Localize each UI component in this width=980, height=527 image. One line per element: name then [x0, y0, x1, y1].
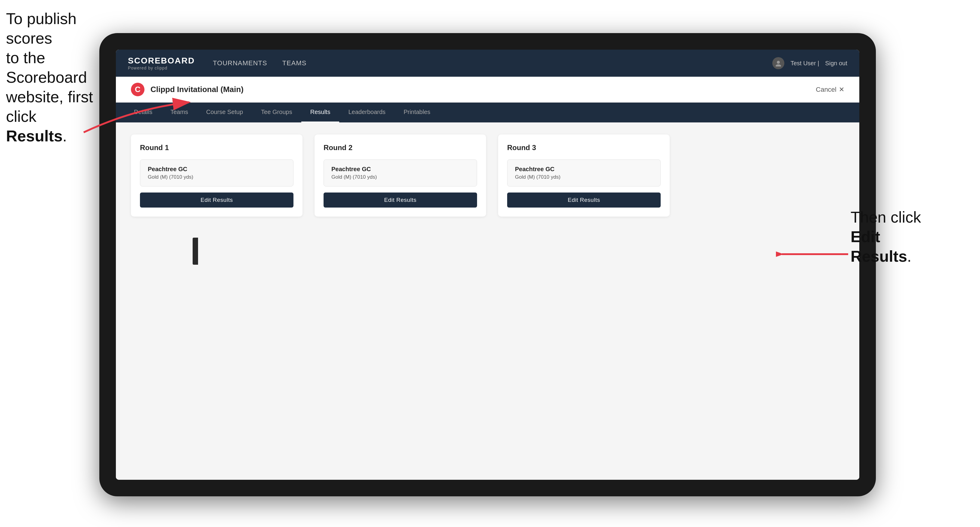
rounds-grid: Round 1 Peachtree GC Gold (M) (7010 yds)…	[131, 135, 844, 217]
round-1-edit-results-button[interactable]: Edit Results	[140, 192, 293, 208]
tournament-header: C Clippd Invitational (Main) Cancel ✕	[116, 77, 859, 103]
instruction-right-line2: Edit Results	[851, 228, 907, 265]
tab-bar: Details Teams Course Setup Tee Groups Re…	[116, 103, 859, 122]
round-1-course-details: Gold (M) (7010 yds)	[148, 174, 286, 180]
tournament-name: Clippd Invitational (Main)	[151, 85, 243, 94]
round-3-edit-results-button[interactable]: Edit Results	[507, 192, 661, 208]
tablet-side-button	[192, 238, 198, 265]
nav-tournaments[interactable]: TOURNAMENTS	[213, 59, 267, 67]
tab-course-setup[interactable]: Course Setup	[197, 103, 252, 122]
navbar-links: TOURNAMENTS TEAMS	[213, 59, 772, 67]
svg-point-0	[777, 61, 780, 64]
clippd-logo: C	[131, 83, 145, 96]
nav-teams[interactable]: TEAMS	[282, 59, 307, 67]
tab-details[interactable]: Details	[125, 103, 161, 122]
round-1-title: Round 1	[140, 143, 293, 152]
round-3-card: Round 3 Peachtree GC Gold (M) (7010 yds)…	[498, 135, 670, 217]
round-2-course-details: Gold (M) (7010 yds)	[331, 174, 469, 180]
round-3-course-card: Peachtree GC Gold (M) (7010 yds)	[507, 159, 661, 186]
tournament-title-row: C Clippd Invitational (Main)	[131, 83, 243, 96]
round-1-card: Round 1 Peachtree GC Gold (M) (7010 yds)…	[131, 135, 302, 217]
user-avatar	[772, 57, 784, 69]
tab-teams[interactable]: Teams	[161, 103, 197, 122]
main-content: Round 1 Peachtree GC Gold (M) (7010 yds)…	[116, 122, 859, 480]
round-1-course-card: Peachtree GC Gold (M) (7010 yds)	[140, 159, 293, 186]
tab-printables[interactable]: Printables	[395, 103, 439, 122]
tab-leaderboards[interactable]: Leaderboards	[339, 103, 394, 122]
instruction-line3: website, first	[6, 88, 93, 106]
svg-point-1	[776, 64, 781, 67]
instruction-left: To publish scores to the Scoreboard webs…	[6, 9, 93, 146]
user-icon	[775, 60, 782, 67]
tab-results[interactable]: Results	[301, 103, 339, 122]
round-2-edit-results-button[interactable]: Edit Results	[323, 192, 477, 208]
navbar-right: Test User | Sign out	[772, 57, 847, 69]
round-1-course-name: Peachtree GC	[148, 166, 286, 173]
navbar-user-text: Test User |	[791, 60, 819, 67]
logo-text: SCOREBOARD	[128, 56, 195, 65]
navbar-signout[interactable]: Sign out	[825, 60, 847, 67]
instruction-line2: to the Scoreboard	[6, 49, 87, 86]
round-2-card: Round 2 Peachtree GC Gold (M) (7010 yds)…	[315, 135, 486, 217]
instruction-line1: To publish scores	[6, 10, 76, 47]
navbar: SCOREBOARD Powered by clippd TOURNAMENTS…	[116, 50, 859, 77]
instruction-right-line1: Then click	[851, 208, 921, 226]
tab-tee-groups[interactable]: Tee Groups	[252, 103, 301, 122]
round-3-course-details: Gold (M) (7010 yds)	[515, 174, 653, 180]
round-2-course-card: Peachtree GC Gold (M) (7010 yds)	[323, 159, 477, 186]
instruction-line4: click Results.	[6, 108, 67, 145]
cancel-x-icon: ✕	[839, 86, 844, 94]
instruction-right-suffix: .	[907, 248, 912, 265]
tablet-device: SCOREBOARD Powered by clippd TOURNAMENTS…	[99, 33, 876, 496]
instruction-right: Then click Edit Results.	[851, 208, 944, 266]
tablet-screen: SCOREBOARD Powered by clippd TOURNAMENTS…	[116, 50, 859, 480]
logo-subtext: Powered by clippd	[128, 65, 195, 70]
round-2-title: Round 2	[323, 143, 477, 152]
round-3-title: Round 3	[507, 143, 661, 152]
navbar-logo: SCOREBOARD Powered by clippd	[128, 56, 195, 70]
round-2-course-name: Peachtree GC	[331, 166, 469, 173]
cancel-button[interactable]: Cancel ✕	[816, 86, 844, 94]
round-3-course-name: Peachtree GC	[515, 166, 653, 173]
